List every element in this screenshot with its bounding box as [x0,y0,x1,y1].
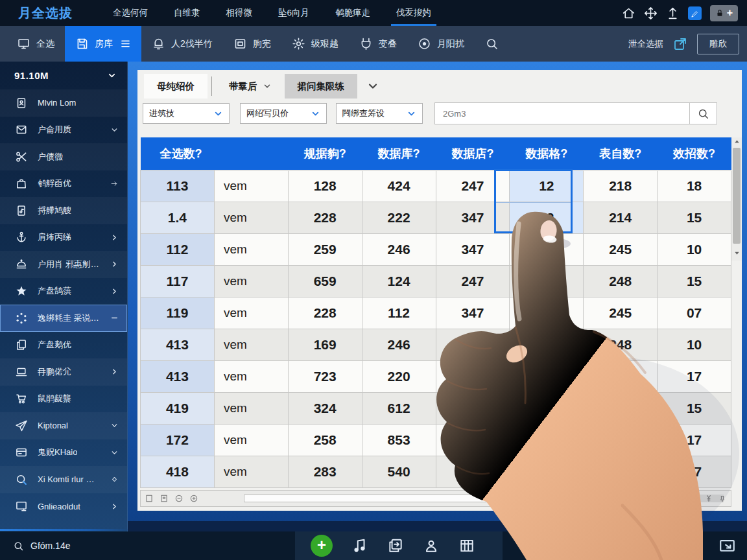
table-cell[interactable]: 169 [288,329,362,360]
scroll-down-arrow[interactable] [731,249,742,257]
table-cell[interactable]: 112 [362,297,436,329]
vertical-scrollbar[interactable] [731,137,742,261]
table-cell[interactable]: 17 [658,456,731,487]
nav-item[interactable]: 伐叐捘妁 [396,0,431,26]
table-cell[interactable]: vem [214,392,288,424]
table-cell[interactable]: 842 [436,424,510,456]
table-cell[interactable]: 117 [141,265,215,297]
table-cell[interactable] [510,456,584,487]
toolbar-button[interactable]: 房库 [65,26,141,62]
table-cell[interactable] [510,392,584,424]
column-header[interactable]: 全选数? [141,137,289,170]
toolbar-button[interactable] [475,26,509,62]
table-cell[interactable]: 214 [584,202,658,233]
horizontal-scroll-thumb[interactable] [244,495,503,502]
table-cell[interactable]: 259 [288,233,362,265]
table-cell[interactable] [510,360,584,392]
nav-item[interactable]: 相得微 [226,0,253,26]
sidebar-item[interactable]: Mlvin Lom [0,89,127,117]
edit-icon[interactable] [688,6,702,20]
table-cell[interactable]: 245 [584,233,658,265]
table-cell[interactable]: 413 [141,360,215,392]
add-button[interactable]: + [311,535,333,557]
copy-doc-icon[interactable] [387,537,404,554]
column-header[interactable]: 数据库? [362,137,436,170]
sidebar-item[interactable]: 产盘鹄葓 [0,278,127,305]
table-cell[interactable]: 247 [436,265,510,297]
sidebar-item[interactable]: 鼠鹃龊龒 [0,386,127,413]
table-cell[interactable]: 612 [362,392,436,424]
table-cell[interactable]: vem [214,456,288,487]
table-cell[interactable]: 847 [436,329,510,360]
grid-icon[interactable] [458,537,475,554]
toolbar-button[interactable]: 月阳扰 [407,26,475,62]
sidebar-item[interactable]: 产盘鹅优 [0,332,127,359]
table-cell[interactable]: 723 [288,360,362,392]
zoom-in-icon[interactable] [189,494,198,503]
table-cell[interactable]: vem [214,329,288,360]
toolbar-button[interactable]: 级艰越 [281,26,349,62]
table-cell[interactable]: 258 [288,424,362,456]
toolbar-button[interactable]: 朐宪 [223,26,281,62]
table-cell[interactable]: 418 [141,456,215,487]
nav-item[interactable]: 自维隶 [174,0,200,26]
table-cell[interactable]: 18 [658,170,731,202]
column-header[interactable]: 效招数? [658,137,731,170]
table-cell[interactable]: 347 [436,202,510,233]
table-cell[interactable]: 342 [436,456,510,487]
filter-dropdown-3[interactable]: 闁绑查筹设 [336,103,423,124]
table-cell[interactable]: 347 [436,297,510,329]
sidebar-item[interactable]: 户侖用质 [0,117,127,144]
table-cell[interactable] [584,360,658,392]
compass-icon[interactable] [666,6,680,20]
search-button[interactable] [689,103,717,124]
table-cell[interactable]: 112 [141,233,215,265]
nav-item[interactable]: 全选何何 [113,0,148,26]
user-icon[interactable] [423,537,440,554]
table-cell[interactable]: 424 [362,170,436,202]
currency-icon[interactable] [704,494,713,503]
nav-item[interactable]: 坠6向月 [278,0,309,26]
table-cell[interactable]: 413 [141,329,215,360]
page2-icon[interactable] [160,494,169,503]
table-cell[interactable]: 1/ [510,297,584,329]
sidebar-item[interactable]: 逸绑耗圭 采说绮秋 [0,305,127,332]
sidebar-item[interactable]: 户债㣲 [0,143,127,170]
table-cell[interactable]: 246 [362,329,436,360]
horizontal-scrollbar[interactable] [244,495,724,502]
table-cell[interactable]: 124 [362,265,436,297]
table-cell[interactable] [584,456,658,487]
export-icon[interactable] [672,36,688,52]
table-cell[interactable]: 172 [141,424,215,456]
bottom-search[interactable]: Gfóm.14e [13,531,70,560]
table-cell[interactable]: 419 [141,392,215,424]
table-cell[interactable]: 15 [658,265,731,297]
sidebar-item[interactable]: Gnlieaoldut [0,493,127,520]
account-pill[interactable]: + [710,5,738,21]
table-cell[interactable]: 17 [658,424,731,456]
zoom-out-icon[interactable] [174,494,184,503]
scroll-up-arrow[interactable] [731,137,742,146]
pin-icon[interactable] [718,494,727,503]
table-cell[interactable]: vem [214,233,288,265]
table-cell[interactable]: vem [214,170,288,202]
nav-item[interactable]: 鹌脆瘅走 [335,0,370,26]
table-cell[interactable]: 283 [288,456,362,487]
sidebar-item[interactable]: 捋艜鸠艘 [0,197,127,224]
table-cell[interactable]: 14 [510,329,584,360]
table-cell[interactable]: 1, [510,265,584,297]
table-cell[interactable]: 10 [658,329,731,360]
detach-button[interactable]: 雕欣 [697,34,739,54]
table-cell[interactable] [584,392,658,424]
column-header[interactable]: 数据店? [436,137,510,170]
table-cell[interactable]: vem [214,424,288,456]
table-cell[interactable]: vem [214,360,288,392]
table-cell[interactable]: 222 [362,202,436,233]
table-cell[interactable]: 113 [141,170,215,202]
table-cell[interactable]: 848 [436,392,510,424]
table-cell[interactable]: vem [214,202,288,233]
table-cell[interactable]: 853 [362,424,436,456]
screen-share-icon[interactable] [718,537,737,555]
table-cell[interactable]: 228 [288,297,362,329]
tab-3[interactable]: 捃问集限练 [285,74,358,99]
